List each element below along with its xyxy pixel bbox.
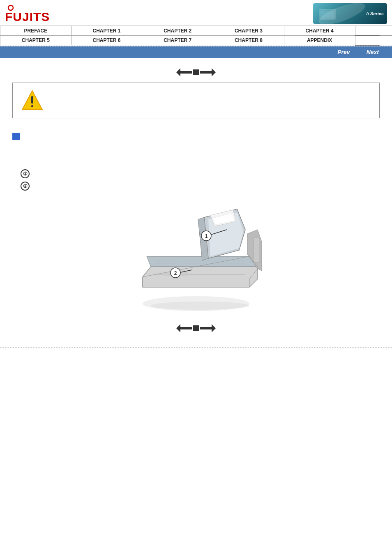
nav-arrows-top-svg xyxy=(171,66,221,78)
svg-marker-5 xyxy=(176,68,192,76)
circle-num-2: ② xyxy=(21,182,30,191)
prev-button[interactable]: Prev xyxy=(329,48,358,56)
bottom-separator xyxy=(0,347,392,348)
nav-line2 xyxy=(355,36,380,45)
content-line-1 xyxy=(21,150,380,156)
scanner-image: 1 2 xyxy=(12,197,380,316)
banner-decoration xyxy=(317,5,342,22)
warning-triangle-svg xyxy=(21,89,44,112)
nav-arrows-bottom-svg xyxy=(171,322,221,334)
fujitsu-logo: FUJITSU xyxy=(5,5,50,23)
content-line-2 xyxy=(21,159,380,166)
item-2-text xyxy=(33,182,380,182)
svg-rect-3 xyxy=(321,11,334,18)
nav-spacer1 xyxy=(380,26,392,36)
nav-ch7[interactable]: CHAPTER 7 xyxy=(142,36,213,45)
nav-spacer2 xyxy=(380,36,392,45)
svg-rect-23 xyxy=(254,238,260,263)
warning-box xyxy=(12,83,380,118)
nav-appendix[interactable]: APPENDIX xyxy=(284,36,355,45)
nav-ch5[interactable]: CHAPTER 5 xyxy=(0,36,71,45)
section-bullet xyxy=(12,127,380,145)
svg-text:FUJITSU: FUJITSU xyxy=(5,10,50,23)
numbered-item-2: ② xyxy=(21,182,380,191)
svg-rect-6 xyxy=(193,69,199,75)
svg-marker-34 xyxy=(176,324,192,332)
svg-marker-37 xyxy=(200,324,216,332)
svg-marker-8 xyxy=(200,68,216,76)
nav-ch8[interactable]: CHAPTER 8 xyxy=(213,36,284,45)
nav-arrows-top xyxy=(12,66,380,78)
warning-icon xyxy=(21,89,44,112)
nav-ch2[interactable]: CHAPTER 2 xyxy=(142,26,213,36)
chapter-nav: PREFACE CHAPTER 1 CHAPTER 2 CHAPTER 3 CH… xyxy=(0,26,392,46)
svg-point-33 xyxy=(151,302,249,310)
next-button[interactable]: Next xyxy=(358,48,387,56)
nav-ch3[interactable]: CHAPTER 3 xyxy=(213,26,284,36)
main-content: ① ② xyxy=(0,58,392,343)
circle-num-1: ① xyxy=(21,169,30,178)
page-header: FUJITSU fi Series xyxy=(0,0,392,26)
svg-rect-35 xyxy=(193,325,199,331)
blue-square-icon xyxy=(12,133,20,140)
fujitsu-logo-svg: FUJITSU xyxy=(5,5,50,23)
nav-ch6[interactable]: CHAPTER 6 xyxy=(71,36,142,45)
prev-next-bar: Prev Next xyxy=(0,46,392,58)
svg-rect-11 xyxy=(31,105,33,107)
svg-marker-13 xyxy=(143,267,258,287)
nav-arrows-bottom xyxy=(12,322,380,334)
nav-ch1[interactable]: CHAPTER 1 xyxy=(71,26,142,36)
svg-rect-10 xyxy=(31,96,33,104)
numbered-item-1: ① xyxy=(21,169,380,178)
item-1-text xyxy=(33,169,380,170)
svg-text:2: 2 xyxy=(174,270,177,276)
nav-line1 xyxy=(355,26,380,36)
fi-series-banner: fi Series xyxy=(313,3,387,24)
nav-ch4[interactable]: CHAPTER 4 xyxy=(284,26,355,36)
scanner-illustration: 1 2 xyxy=(122,197,270,316)
nav-preface[interactable]: PREFACE xyxy=(0,26,71,36)
fi-series-label: fi Series xyxy=(366,11,384,16)
svg-text:1: 1 xyxy=(205,233,208,239)
